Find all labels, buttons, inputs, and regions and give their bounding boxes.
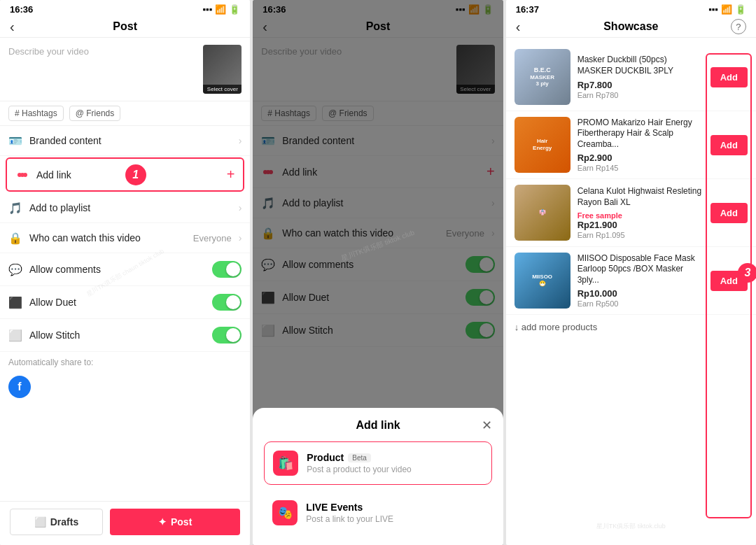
product-price-2: Rp2.900 <box>578 153 704 163</box>
status-bar-3: 16:37 ▪▪▪ 📶 🔋 <box>506 0 756 16</box>
product-subtitle: Post a product to your video <box>307 465 411 474</box>
product-row-2: Hair Energy PROMO Makarizo Hair Energy F… <box>506 111 756 179</box>
product-price-4: Rp10.000 <box>578 288 704 299</box>
product-price-1: Rp7.800 <box>578 80 704 90</box>
friends-btn-1[interactable]: @ Friends <box>69 106 121 121</box>
bottom-bar-1: ⬜ Drafts ✦ Post <box>0 501 250 545</box>
product-img-1: B.E.C MASKER 3 ply <box>514 49 570 105</box>
product-info-1: Masker Duckbill (50pcs) MASKER DUCKBIL 3… <box>578 55 704 99</box>
product-text: Product Beta Post a product to your vide… <box>307 452 411 474</box>
time-1: 16:36 <box>10 4 33 15</box>
product-earn-1: Earn Rp780 <box>578 91 704 99</box>
product-earn-3: Earn Rp1.095 <box>578 231 704 239</box>
status-icons-1: ▪▪▪ 📶 🔋 <box>203 4 241 15</box>
back-button-3[interactable]: ‹ <box>516 19 521 35</box>
live-events-subtitle: Post a link to your LIVE <box>306 514 393 524</box>
screen-2: 16:36 ▪▪▪ 📶 🔋 ‹ Post Describe your video… <box>253 0 503 545</box>
battery-icon-3: 🔋 <box>735 4 746 15</box>
nav-bar-1: ‹ Post <box>0 16 250 38</box>
screens-container: 16:36 ▪▪▪ 📶 🔋 ‹ Post Describe your video… <box>0 0 756 545</box>
stitch-toggle-1[interactable] <box>212 327 241 344</box>
badge-3: 3 <box>738 263 756 283</box>
post-button-1[interactable]: ✦ Post <box>110 509 240 535</box>
playlist-label-1: Add to playlist <box>29 202 232 213</box>
wifi-icon-3: 📶 <box>721 4 732 15</box>
post-label-1: Post <box>171 516 192 528</box>
who-can-watch-value-1: Everyone <box>193 233 232 243</box>
product-img-2: Hair Energy <box>514 117 570 173</box>
product-img-3: 👘 <box>514 185 570 241</box>
duet-toggle-1[interactable] <box>212 294 241 311</box>
screen-1: 16:36 ▪▪▪ 📶 🔋 ‹ Post Describe your video… <box>0 0 250 545</box>
branded-content-label-1: Branded content <box>29 135 232 146</box>
auto-share-label-1: Automatically share to: <box>0 352 250 373</box>
stitch-label-1: Allow Stitch <box>29 330 205 341</box>
add-to-playlist-row-1[interactable]: 🎵 Add to playlist › <box>0 193 250 223</box>
product-name-4: MIISOO Disposable Face Mask Earloop 50pc… <box>578 253 704 286</box>
back-button-1[interactable]: ‹ <box>10 19 15 35</box>
product-name-1: Masker Duckbill (50pcs) MASKER DUCKBIL 3… <box>578 55 704 76</box>
branded-content-row-1[interactable]: 🪪 Branded content › <box>0 126 250 156</box>
nav-bar-3: ‹ Showcase ? <box>506 16 756 38</box>
video-thumbnail-1[interactable]: Select cover <box>203 45 241 94</box>
add-button-1[interactable]: Add <box>710 67 748 87</box>
sheet-title: Add link <box>356 419 400 432</box>
live-events-icon: 🎭 <box>272 500 298 525</box>
hashtags-btn-1[interactable]: # Hashtags <box>8 106 64 121</box>
allow-stitch-row-1[interactable]: ⬜ Allow Stitch <box>0 319 250 352</box>
product-row-3: 👘 Celana Kulot Highwaist Resleting Rayon… <box>506 179 756 247</box>
product-info-2: PROMO Makarizo Hair Energy Fibertherapy … <box>578 118 704 173</box>
product-img-4: MIISOO 😷 <box>514 253 570 309</box>
stitch-icon-1: ⬜ <box>8 328 22 342</box>
duet-icon-1: ⬛ <box>8 295 22 309</box>
live-events-option[interactable]: 🎭 LIVE Events Post a link to your LIVE <box>264 492 491 534</box>
beta-badge: Beta <box>348 453 371 462</box>
add-link-highlight-1: Add link + 1 <box>6 157 244 192</box>
sheet-close-button[interactable]: ✕ <box>482 418 492 433</box>
product-info-3: Celana Kulot Highwaist Resleting Rayon B… <box>578 186 704 239</box>
product-icon: 🛍️ <box>273 451 298 476</box>
allow-duet-row-1[interactable]: ⬛ Allow Duet <box>0 286 250 319</box>
live-events-text: LIVE Events Post a link to your LIVE <box>306 502 393 524</box>
select-cover-label-1[interactable]: Select cover <box>203 85 241 94</box>
product-info-4: MIISOO Disposable Face Mask Earloop 50pc… <box>578 253 704 309</box>
nav-title-1: Post <box>113 20 137 33</box>
product-name-3: Celana Kulot Highwaist Resleting Rayon B… <box>578 186 704 208</box>
video-desc-text-1[interactable]: Describe your video <box>8 45 196 94</box>
comments-toggle-1[interactable] <box>212 261 241 278</box>
drafts-icon-1: ⬜ <box>34 516 46 528</box>
add-button-2[interactable]: Add <box>710 135 748 155</box>
product-option[interactable]: 🛍️ Product Beta Post a product to your v… <box>264 441 491 485</box>
who-can-watch-row-1[interactable]: 🔒 Who can watch this video Everyone › <box>0 223 250 253</box>
who-can-watch-label-1: Who can watch this video <box>29 232 186 243</box>
product-price-3: Rp21.900 <box>578 220 704 230</box>
add-link-icon-1 <box>15 168 29 182</box>
more-products[interactable]: ↓ add more products <box>506 315 756 339</box>
help-button-3[interactable]: ? <box>731 19 746 34</box>
branded-chevron-1: › <box>239 135 242 146</box>
comments-label-1: Allow comments <box>29 264 205 275</box>
product-earn-2: Earn Rp145 <box>578 164 704 172</box>
badge-1: 1 <box>125 164 146 185</box>
add-link-sheet: Add link ✕ 🛍️ Product Beta Post a produc… <box>253 408 503 545</box>
battery-icon: 🔋 <box>229 4 240 15</box>
nav-title-3: Showcase <box>603 20 658 33</box>
product-name-2: PROMO Makarizo Hair Energy Fibertherapy … <box>578 118 704 150</box>
product-row-4: MIISOO 😷 MIISOO Disposable Face Mask Ear… <box>506 247 756 315</box>
add-button-3[interactable]: Add <box>710 203 748 223</box>
product-earn-4: Earn Rp500 <box>578 299 704 308</box>
watermark-3: 星川TK俱乐部 tiktok.club <box>596 522 666 531</box>
video-desc-area-1: Describe your video Select cover <box>0 38 250 101</box>
product-title: Product Beta <box>307 452 411 463</box>
drafts-button-1[interactable]: ⬜ Drafts <box>10 509 103 535</box>
allow-comments-row-1[interactable]: 💬 Allow comments <box>0 253 250 286</box>
playlist-chevron-1: › <box>239 202 242 213</box>
live-events-title: LIVE Events <box>306 502 393 513</box>
drafts-label-1: Drafts <box>50 516 78 528</box>
post-star-icon: ✦ <box>158 516 167 528</box>
add-link-plus-1[interactable]: + <box>227 167 235 183</box>
signal-icon-3: ▪▪▪ <box>708 4 718 15</box>
comments-icon-1: 💬 <box>8 262 22 276</box>
tag-row-1: # Hashtags @ Friends <box>0 101 250 126</box>
facebook-share-1[interactable]: f <box>0 373 250 401</box>
